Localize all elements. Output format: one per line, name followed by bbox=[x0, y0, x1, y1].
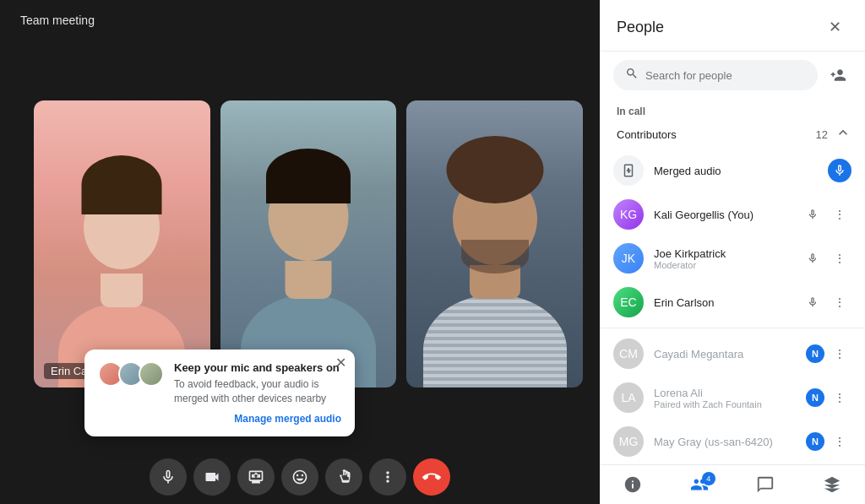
participant-avatar: LA bbox=[613, 382, 644, 413]
participant-more-button[interactable]: ⋮ bbox=[828, 247, 851, 270]
search-icon bbox=[625, 67, 639, 84]
participant-list: Merged audio KG Kali Georgellis (You) bbox=[600, 149, 865, 464]
participant-name: Erin Carlson bbox=[654, 296, 791, 309]
merged-audio-name: Merged audio bbox=[654, 165, 818, 177]
participant-badge: N bbox=[806, 432, 824, 451]
participant-info: May Gray (us-san-6420) bbox=[654, 436, 796, 448]
merged-audio-actions bbox=[828, 159, 851, 182]
participant-badge: N bbox=[806, 388, 824, 407]
participant-avatar: EC bbox=[613, 287, 644, 317]
participant-mic-button[interactable] bbox=[801, 247, 824, 270]
contributors-header: Contributors 12 bbox=[600, 121, 865, 149]
participant-badge: N bbox=[806, 344, 824, 363]
main-video-area: Team meeting Erin Carlson bbox=[0, 0, 600, 504]
notification-popup: Keep your mic and speakers on To avoid f… bbox=[84, 350, 355, 436]
chevron-up-icon[interactable] bbox=[835, 124, 851, 145]
participant-mic-button[interactable] bbox=[801, 290, 824, 314]
participant-actions: ⋮ bbox=[801, 247, 851, 270]
participant-avatar: MG bbox=[613, 426, 644, 457]
panel-bottom-nav: 4 bbox=[600, 464, 865, 504]
participant-subtitle: Moderator bbox=[654, 260, 791, 270]
list-item: EC Erin Carlson ⋮ bbox=[600, 280, 865, 324]
video-tile-2 bbox=[220, 100, 397, 387]
toolbar bbox=[0, 450, 600, 504]
participant-actions: N ⋮ bbox=[806, 386, 851, 409]
list-item: JK Joe Kirkpatrick Moderator ⋮ bbox=[600, 236, 865, 280]
in-call-label: In call bbox=[600, 99, 865, 121]
list-item: LA Lorena Ali Paired with Zach Fountain … bbox=[600, 376, 865, 420]
participant-info: Kali Georgellis (You) bbox=[654, 209, 791, 221]
notif-title: Keep your mic and speakers on bbox=[174, 361, 341, 374]
emoji-button[interactable] bbox=[281, 458, 318, 496]
participant-actions: ⋮ bbox=[801, 290, 851, 314]
participant-more-button[interactable]: ⋮ bbox=[828, 386, 851, 409]
notification-close-button[interactable]: ✕ bbox=[335, 356, 346, 370]
participant-more-button[interactable]: ⋮ bbox=[828, 290, 851, 314]
participant-name: Lorena Ali bbox=[654, 387, 796, 399]
merged-audio-icon bbox=[613, 155, 644, 186]
notif-body: To avoid feedback, your audio is merged … bbox=[174, 377, 341, 406]
list-item: Merged audio bbox=[600, 149, 865, 192]
participant-avatar: JK bbox=[613, 243, 644, 274]
participant-more-button[interactable]: ⋮ bbox=[828, 342, 851, 366]
list-item: KG Kali Georgellis (You) ⋮ bbox=[600, 192, 865, 236]
contributors-label: Contributors bbox=[617, 128, 677, 141]
participant-info: Cayadi Megantara bbox=[654, 348, 796, 360]
notif-avatar-3 bbox=[139, 361, 164, 387]
list-item: CM Cayadi Megantara N ⋮ bbox=[600, 332, 865, 376]
participant-mic-button[interactable] bbox=[801, 203, 824, 226]
video-tile-1: Erin Carlson bbox=[34, 100, 210, 387]
participant-info: Joe Kirkpatrick Moderator bbox=[654, 247, 791, 270]
participant-info: Erin Carlson bbox=[654, 296, 791, 309]
participant-more-button[interactable]: ⋮ bbox=[828, 203, 851, 226]
nav-activities-button[interactable] bbox=[813, 472, 851, 497]
raise-hand-button[interactable] bbox=[325, 458, 362, 496]
nav-chat-button[interactable] bbox=[746, 472, 785, 497]
video-button[interactable] bbox=[193, 458, 231, 496]
merged-audio-info: Merged audio bbox=[654, 165, 818, 177]
meeting-title: Team meeting bbox=[20, 14, 95, 27]
participant-avatar: CM bbox=[613, 339, 644, 369]
participant-name: Cayadi Megantara bbox=[654, 348, 796, 360]
present-button[interactable] bbox=[237, 458, 275, 496]
end-call-button[interactable] bbox=[413, 458, 450, 496]
panel-title: People bbox=[617, 19, 664, 36]
participant-name: Joe Kirkpatrick bbox=[654, 247, 791, 260]
merged-audio-badge bbox=[828, 159, 851, 182]
participant-name: Kali Georgellis (You) bbox=[654, 209, 791, 221]
participant-subtitle: Paired with Zach Fountain bbox=[654, 399, 796, 409]
participant-avatar: KG bbox=[613, 199, 644, 230]
nav-info-button[interactable] bbox=[613, 472, 652, 497]
video-tile-3 bbox=[406, 100, 583, 387]
contributors-count: 12 bbox=[816, 128, 828, 141]
panel-header: People ✕ bbox=[600, 0, 865, 51]
more-options-button[interactable] bbox=[369, 458, 406, 496]
divider bbox=[600, 328, 865, 328]
notif-content: Keep your mic and speakers on To avoid f… bbox=[174, 361, 341, 425]
participant-more-button[interactable]: ⋮ bbox=[828, 430, 851, 453]
participant-actions: ⋮ bbox=[801, 203, 851, 226]
add-person-button[interactable] bbox=[824, 62, 851, 89]
mic-button[interactable] bbox=[150, 458, 187, 496]
list-item: MG May Gray (us-san-6420) N ⋮ bbox=[600, 420, 865, 463]
panel-close-button[interactable]: ✕ bbox=[821, 14, 848, 41]
participant-name: May Gray (us-san-6420) bbox=[654, 436, 796, 448]
search-box bbox=[613, 60, 818, 90]
people-panel: People ✕ In call Contributors 12 bbox=[600, 0, 865, 504]
notif-avatars bbox=[98, 361, 164, 387]
search-input[interactable] bbox=[645, 69, 806, 82]
manage-merged-audio-link[interactable]: Manage merged audio bbox=[174, 413, 341, 425]
participant-info: Lorena Ali Paired with Zach Fountain bbox=[654, 387, 796, 409]
participant-actions: N ⋮ bbox=[806, 430, 851, 453]
people-badge: 4 bbox=[702, 472, 715, 485]
search-row bbox=[600, 51, 865, 99]
participant-actions: N ⋮ bbox=[806, 342, 851, 366]
nav-people-button[interactable]: 4 bbox=[680, 472, 719, 497]
